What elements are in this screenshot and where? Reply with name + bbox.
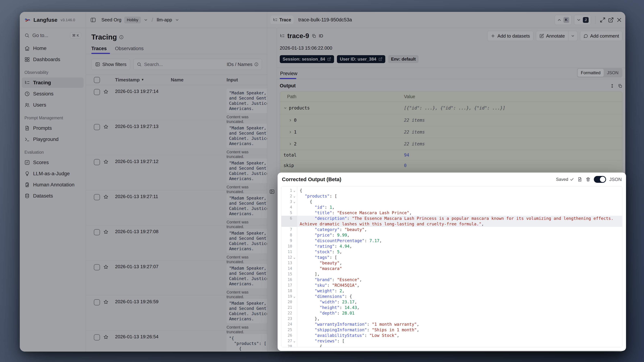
trash-icon[interactable]: [586, 177, 590, 182]
favorite-star-icon[interactable]: [100, 124, 112, 130]
panel-expand-icon[interactable]: [269, 32, 275, 352]
editor-line-4[interactable]: 4 "id": 1,: [281, 204, 622, 210]
fold-chevron-icon[interactable]: ⌄: [292, 294, 296, 299]
favorite-star-icon[interactable]: [100, 299, 112, 305]
output-row-0[interactable]: 022 items: [280, 114, 622, 126]
goto-command-palette[interactable]: Go to... ⌘ K: [22, 30, 84, 40]
editor-line-8[interactable]: 8 "price": 9.99,: [281, 232, 622, 238]
table-row[interactable]: 2026-01-13 19:27:11"Madam Speaker, M and…: [86, 190, 267, 225]
editor-line-12[interactable]: 12⌄ "tags": [: [281, 255, 622, 260]
editor-line-22[interactable]: 22 "depth": 28.01: [281, 310, 622, 316]
show-filters-button[interactable]: Show filters: [91, 59, 130, 70]
json-editor[interactable]: 1⌄{2⌄ "products": [3⌄ {4 "id": 1,5 "titl…: [281, 186, 622, 347]
org-name[interactable]: Seed Org: [102, 17, 121, 23]
sidebar-item-llm-as-a-judge[interactable]: LLM-as-a-Judge: [22, 168, 84, 179]
editor-line-3[interactable]: 3⌄ {: [281, 199, 622, 204]
editor-line-24[interactable]: 24 "warrantyInformation": "1 month warra…: [281, 322, 622, 327]
copy-icon[interactable]: [312, 34, 316, 38]
editor-line-10[interactable]: 10 "rating": 4.94,: [281, 244, 622, 249]
row-checkbox[interactable]: [94, 229, 100, 235]
row-checkbox[interactable]: [94, 264, 100, 270]
row-checkbox[interactable]: [94, 194, 100, 200]
table-row[interactable]: 2026-01-13 19:27:14"Madam Speaker, M and…: [86, 85, 267, 120]
editor-line-7[interactable]: 7 "category": "beauty",: [281, 227, 622, 232]
row-checkbox[interactable]: [94, 159, 100, 165]
prev-trace-button[interactable]: K: [555, 15, 572, 25]
annotate-button[interactable]: Annotate: [536, 31, 568, 41]
editor-line-11[interactable]: 11 "stock": 5,: [281, 249, 622, 255]
chevron-down-icon[interactable]: [144, 18, 148, 22]
sidebar-item-dashboards[interactable]: Dashboards: [22, 54, 84, 65]
table-row[interactable]: 2026-01-13 19:27:13"Madam Speaker, M and…: [86, 120, 267, 155]
editor-line-5[interactable]: 5 "title": "Essence Mascara Lash Prince"…: [281, 210, 622, 216]
fold-chevron-icon[interactable]: ⌄: [292, 188, 296, 194]
output-row-1[interactable]: 122 items: [280, 126, 622, 138]
table-row[interactable]: 2026-01-13 19:27:12"Madam Speaker, M and…: [86, 155, 267, 190]
tab-traces[interactable]: Traces: [91, 46, 107, 54]
editor-line-16[interactable]: 16 "brand": "Essence",: [281, 277, 622, 282]
save-file-icon[interactable]: [577, 177, 582, 182]
panel-left-icon[interactable]: [90, 17, 96, 23]
editor-line-18[interactable]: 18 "weight": 2,: [281, 288, 622, 294]
editor-line-25[interactable]: 25 "shippingInformation": "Ships in 1 mo…: [281, 327, 622, 333]
format-formatted[interactable]: Formatted: [578, 69, 604, 77]
copy-icon[interactable]: [618, 84, 622, 88]
editor-line-17[interactable]: 17 "sku": "RCH45Q1A",: [281, 282, 622, 288]
sidebar-item-prompts[interactable]: Prompts: [22, 123, 84, 133]
open-external-icon[interactable]: [608, 17, 614, 23]
chevron-right-icon[interactable]: [288, 142, 292, 146]
sidebar-item-home[interactable]: Home: [22, 43, 84, 54]
favorite-star-icon[interactable]: [100, 88, 112, 94]
favorite-star-icon[interactable]: [100, 229, 112, 234]
chevron-down-icon[interactable]: [175, 18, 179, 22]
tab-observations[interactable]: Observations: [115, 46, 144, 54]
editor-line-6[interactable]: 6 "description": "The Essence Mascara La…: [281, 216, 622, 227]
output-row-skip[interactable]: skip0: [280, 160, 622, 171]
fold-chevron-icon[interactable]: ⌄: [292, 344, 296, 347]
column-input[interactable]: Input: [226, 77, 267, 83]
sidebar-item-users[interactable]: Users: [22, 100, 84, 110]
output-row-products[interactable]: products[{"id": ...}, {"id": ...}, {"id"…: [280, 102, 622, 114]
sidebar-item-scores[interactable]: Scores: [22, 157, 84, 168]
next-trace-button[interactable]: J: [574, 15, 591, 25]
trace-badge[interactable]: Session: session_84: [280, 55, 334, 63]
annotate-dropdown-button[interactable]: [568, 31, 578, 41]
favorite-star-icon[interactable]: [100, 334, 112, 340]
sidebar-item-human-annotation[interactable]: Human Annotation: [22, 180, 84, 190]
json-toggle[interactable]: [594, 176, 606, 183]
chevron-right-icon[interactable]: [288, 130, 292, 134]
expand-fullscreen-icon[interactable]: [600, 17, 606, 23]
editor-line-21[interactable]: 21 "height": 14.43,: [281, 305, 622, 310]
editor-line-26[interactable]: 26 "availabilityStatus": "Low Stock",: [281, 333, 622, 338]
id-label[interactable]: ID: [319, 34, 323, 38]
search-input[interactable]: Search... IDs / Names: [134, 59, 262, 70]
row-checkbox[interactable]: [94, 334, 100, 340]
column-timestamp[interactable]: Timestamp▼: [112, 77, 171, 83]
editor-line-15[interactable]: 15 ],: [281, 272, 622, 277]
editor-line-20[interactable]: 20 "width": 23.17,: [281, 299, 622, 305]
add-comment-button[interactable]: Add comment: [580, 31, 622, 41]
trace-badge[interactable]: User ID: user_384: [337, 55, 385, 63]
tab-preview[interactable]: Preview: [280, 68, 298, 79]
editor-line-13[interactable]: 13 "beauty",: [281, 260, 622, 266]
sidebar-item-playground[interactable]: Playground: [22, 134, 84, 144]
favorite-star-icon[interactable]: [100, 194, 112, 200]
editor-line-1[interactable]: 1⌄{: [281, 188, 622, 194]
favorite-star-icon[interactable]: [100, 264, 112, 270]
chevron-down-icon[interactable]: [284, 106, 287, 110]
editor-line-2[interactable]: 2⌄ "products": [: [281, 194, 622, 199]
table-row[interactable]: 2026-01-13 19:27:07"Madam Speaker, M and…: [86, 260, 267, 295]
project-name[interactable]: llm-app: [157, 17, 172, 23]
select-all-checkbox[interactable]: [94, 77, 100, 83]
fold-chevron-icon[interactable]: ⌄: [292, 338, 296, 344]
search-mode[interactable]: IDs / Names: [227, 62, 258, 67]
row-checkbox[interactable]: [94, 299, 100, 306]
editor-line-9[interactable]: 9 "discountPercentage": 7.17,: [281, 238, 622, 244]
fold-chevron-icon[interactable]: ⌄: [292, 194, 296, 199]
favorite-star-icon[interactable]: [100, 159, 112, 164]
row-checkbox[interactable]: [94, 124, 100, 130]
sidebar-item-sessions[interactable]: Sessions: [22, 88, 84, 99]
table-row[interactable]: 2026-01-13 19:27:08"Madam Speaker, M and…: [86, 225, 267, 260]
row-checkbox[interactable]: [94, 89, 100, 95]
editor-line-19[interactable]: 19⌄ "dimensions": {: [281, 294, 622, 299]
